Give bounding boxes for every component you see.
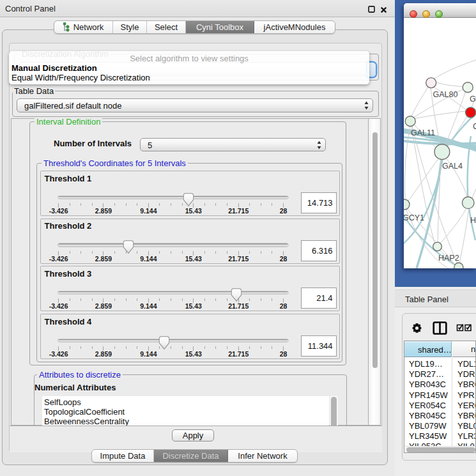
svg-text:GAL80: GAL80 [433,90,458,99]
svg-text:HA: HA [470,216,476,225]
svg-text:HAP2: HAP2 [438,254,459,263]
svg-text:GCY1: GCY1 [404,213,424,222]
svg-text:GAL4: GAL4 [442,162,463,171]
svg-text:GAL11: GAL11 [411,128,435,137]
svg-text:GA: GA [470,95,476,104]
svg-text:CY: CY [473,122,476,131]
